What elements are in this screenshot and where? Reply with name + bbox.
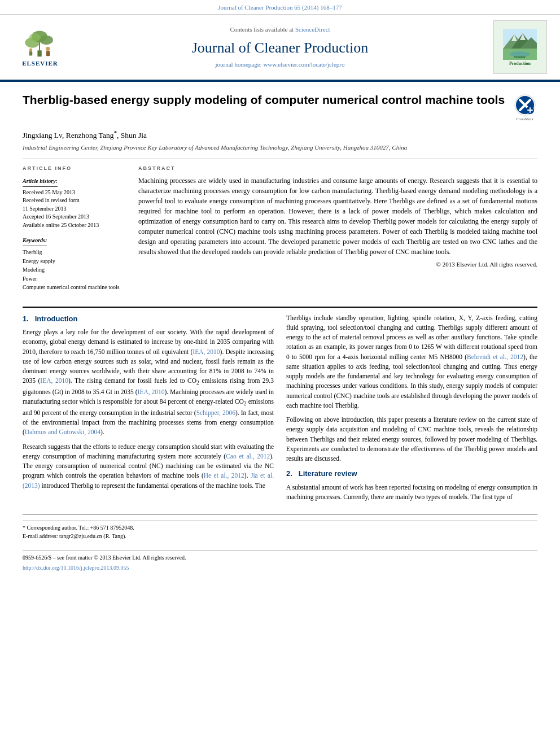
article-info-label: ARTICLE INFO — [23, 165, 127, 172]
svg-point-8 — [29, 48, 33, 51]
footer-section: * Corresponding author. Tel.: +86 571 87… — [23, 514, 537, 572]
page-container: Journal of Cleaner Production 65 (2014) … — [0, 0, 560, 583]
affiliation: Industrial Engineering Center, Zhejiang … — [23, 143, 537, 152]
section1-title: Introduction — [35, 314, 78, 323]
section1-number: 1. — [23, 314, 29, 323]
section1-heading: 1. Introduction — [23, 313, 274, 325]
crossmark-icon — [514, 94, 536, 116]
article-content: Therblig-based energy supply modeling of… — [0, 82, 560, 583]
kw-4: Power — [23, 274, 127, 283]
email-name: (R. Tang). — [103, 533, 126, 539]
body-para-3: Therbligs include standby operation, lig… — [286, 313, 537, 411]
corresponding-author-note: * Corresponding author. Tel.: +86 571 87… — [23, 523, 537, 532]
ref-iea-2010-1[interactable]: IEA, 2010 — [193, 348, 220, 355]
corresponding-author-text: * Corresponding author. Tel.: +86 571 87… — [23, 525, 134, 531]
science-direct-line: Contents lists available at ScienceDirec… — [71, 25, 489, 34]
svg-rect-9 — [29, 51, 33, 55]
body-col-right: Therbligs include standby operation, lig… — [286, 313, 537, 507]
header-right: Cleaner Production — [489, 20, 551, 74]
article-info-col: ARTICLE INFO Article history: Received 2… — [23, 165, 127, 298]
citation-bar: Journal of Cleaner Production 65 (2014) … — [0, 0, 560, 15]
kw-3: Modeling — [23, 265, 127, 274]
article-title: Therblig-based energy supply modeling of… — [23, 92, 505, 107]
body-para-4: Following on above introduction, this pa… — [286, 415, 537, 464]
article-info-abstract-section: ARTICLE INFO Article history: Received 2… — [23, 159, 537, 298]
ref-cao[interactable]: Cao et al., 2012 — [226, 453, 270, 460]
svg-rect-0 — [37, 50, 41, 56]
issn-line: 0959-6526/$ – see front matter © 2013 El… — [23, 553, 537, 562]
footer-divider-2 — [23, 551, 537, 551]
elsevier-tree-icon — [18, 27, 63, 58]
authors-text: Jingxiang Lv, Renzhong Tang*, Shun Jia — [23, 131, 147, 139]
section2-heading: 2. Literature review — [286, 468, 537, 479]
body-col-left: 1. Introduction Energy plays a key role … — [23, 313, 274, 507]
section2-title: Literature review — [299, 469, 357, 478]
homepage-line: journal homepage: www.elsevier.com/locat… — [71, 60, 489, 69]
contents-label: Contents lists available at — [230, 26, 294, 33]
svg-text:Cleaner: Cleaner — [514, 55, 526, 59]
footer-divider — [23, 521, 537, 521]
kw-2: Energy supply — [23, 257, 127, 266]
keywords-block: Keywords: Therblig Energy supply Modelin… — [23, 235, 127, 292]
abstract-col: ABSTRACT Machining processes are widely … — [138, 165, 537, 298]
cleaner-production-logo: Cleaner Production — [493, 20, 547, 74]
doi-line: http://dx.doi.org/10.1016/j.jclepro.2013… — [23, 564, 537, 572]
crossmark-logo: CrossMark — [512, 94, 537, 123]
elsevier-label: ELSEVIER — [22, 59, 58, 68]
received-revised-label: Received in revised form — [23, 196, 127, 205]
body-two-col: 1. Introduction Energy plays a key role … — [23, 313, 537, 507]
received-revised-date: 11 September 2013 — [23, 205, 127, 213]
doi-link[interactable]: http://dx.doi.org/10.1016/j.jclepro.2013… — [23, 565, 129, 571]
section2-number: 2. — [286, 469, 292, 478]
body-para-2: Research suggests that the efforts to re… — [23, 442, 274, 491]
journal-title: Journal of Cleaner Production — [71, 38, 489, 58]
article-title-section: Therblig-based energy supply modeling of… — [23, 92, 537, 123]
abstract-copyright: © 2013 Elsevier Ltd. All rights reserved… — [138, 260, 537, 269]
cp-logo-icon: Cleaner — [503, 29, 537, 60]
email-link[interactable]: tangr2@zju.edu.cn — [59, 533, 102, 539]
body-section: 1. Introduction Energy plays a key role … — [23, 307, 537, 507]
crossmark-label: CrossMark — [516, 117, 533, 123]
authors-line: Jingxiang Lv, Renzhong Tang*, Shun Jia — [23, 128, 537, 141]
abstract-text: Machining processes are widely used in m… — [138, 176, 537, 257]
ref-schipper[interactable]: Schipper, 2006 — [196, 409, 235, 416]
header-center: Contents lists available at ScienceDirec… — [71, 25, 489, 69]
accepted-line: Accepted 16 September 2013 — [23, 213, 127, 221]
journal-header: ELSEVIER Contents lists available at Sci… — [0, 15, 560, 81]
email-label: E-mail address: — [23, 533, 58, 539]
ref-iea-2010-2[interactable]: IEA, 2010 — [40, 377, 68, 384]
ref-iea-2010-3[interactable]: IEA, 2010 — [138, 388, 165, 395]
svg-point-5 — [29, 33, 41, 42]
article-history-block: Article history: Received 25 May 2013 Re… — [23, 176, 127, 230]
svg-point-6 — [46, 47, 50, 51]
kw-1: Therblig — [23, 248, 127, 257]
body-para-5: A substantial amount of work has been re… — [286, 483, 537, 503]
citation-text: Journal of Cleaner Production 65 (2014) … — [218, 4, 342, 11]
svg-rect-7 — [46, 51, 50, 56]
body-para-1: Energy plays a key role for the developm… — [23, 327, 274, 438]
science-direct-link[interactable]: ScienceDirect — [295, 26, 330, 33]
history-title: Article history: — [23, 177, 58, 187]
kw-5: Computer numerical control machine tools — [23, 283, 127, 292]
keywords-title: Keywords: — [23, 237, 47, 246]
cp-text: Production — [509, 61, 531, 67]
email-line: E-mail address: tangr2@zju.edu.cn (R. Ta… — [23, 532, 537, 540]
ref-he[interactable]: He et al., 2012 — [204, 472, 244, 479]
received-line: Received 25 May 2013 — [23, 189, 127, 197]
header-left: ELSEVIER — [9, 27, 71, 68]
ref-behrendt[interactable]: Behrendt et al., 2012 — [467, 353, 523, 360]
homepage-link[interactable]: journal homepage: www.elsevier.com/locat… — [216, 61, 345, 68]
ref-dahmus[interactable]: Dahmus and Gutowski, 2004 — [25, 429, 100, 435]
abstract-label: ABSTRACT — [138, 165, 537, 172]
available-line: Available online 25 October 2013 — [23, 221, 127, 230]
elsevier-logo: ELSEVIER — [18, 27, 63, 68]
